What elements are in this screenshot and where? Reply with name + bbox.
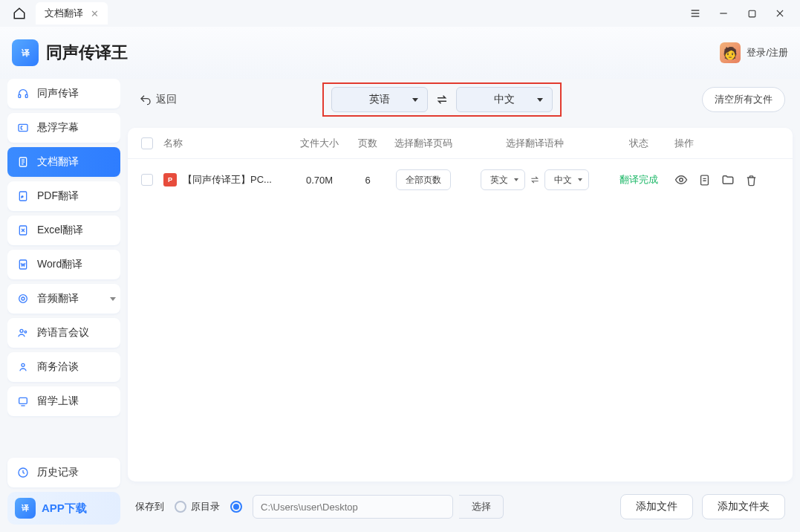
avatar[interactable]: 🧑 xyxy=(720,42,741,63)
home-button[interactable] xyxy=(6,3,33,24)
clear-all-button[interactable]: 清空所有文件 xyxy=(702,87,785,112)
sidebar-item-label: 历史记录 xyxy=(37,466,79,479)
tab-document-translate[interactable]: 文档翻译 ✕ xyxy=(36,2,108,25)
sidebar-item-word[interactable]: Word翻译 xyxy=(7,250,120,279)
app-download-label: APP下载 xyxy=(42,502,87,516)
file-pages: 6 xyxy=(349,175,386,186)
audio-icon xyxy=(16,293,30,305)
language-selector-group: 英语 中文 xyxy=(322,82,562,117)
header-pages: 页数 xyxy=(349,137,386,150)
source-language-value: 英语 xyxy=(369,93,390,106)
file-size: 0.70M xyxy=(290,175,349,186)
svg-rect-8 xyxy=(25,94,27,97)
page-select-button[interactable]: 全部页数 xyxy=(396,169,451,190)
sidebar-item-label: 跨语言会议 xyxy=(37,326,89,340)
folder-button[interactable] xyxy=(721,173,735,186)
app-logo: 译 同声传译王 xyxy=(12,39,128,66)
svg-rect-9 xyxy=(19,124,27,131)
header-size: 文件大小 xyxy=(290,137,349,150)
header-page-select: 选择翻译页码 xyxy=(386,137,461,150)
sidebar-item-simultaneous[interactable]: 同声传译 xyxy=(7,79,120,108)
app-header: 译 同声传译王 🧑 登录/注册 xyxy=(0,27,800,79)
add-folder-button[interactable]: 添加文件夹 xyxy=(702,494,785,519)
logo-icon: 译 xyxy=(12,39,39,66)
sidebar: 同声传译 悬浮字幕 文档翻译 PDF翻译 Excel翻译 Word翻译 xyxy=(7,79,120,525)
chevron-down-icon xyxy=(537,98,543,102)
sidebar-item-meeting[interactable]: 跨语言会议 xyxy=(7,318,120,348)
swap-icon[interactable] xyxy=(530,175,540,184)
footer-bar: 保存到 原目录 选择 添加文件 添加文件夹 xyxy=(128,489,793,525)
back-arrow-icon xyxy=(140,94,152,106)
sidebar-item-label: 商务洽谈 xyxy=(37,360,79,374)
sidebar-item-label: 音频翻译 xyxy=(37,292,79,305)
sidebar-item-excel[interactable]: Excel翻译 xyxy=(7,215,120,245)
meeting-icon xyxy=(16,327,30,339)
add-file-button[interactable]: 添加文件 xyxy=(620,494,693,519)
svg-point-20 xyxy=(25,331,27,333)
row-checkbox[interactable] xyxy=(141,174,153,186)
pdf-icon xyxy=(16,190,30,202)
tab-close-button[interactable]: ✕ xyxy=(91,8,99,19)
close-button[interactable] xyxy=(773,7,787,20)
select-all-checkbox[interactable] xyxy=(141,137,153,149)
select-path-button[interactable]: 选择 xyxy=(459,495,504,519)
header-status: 状态 xyxy=(609,137,669,150)
maximize-button[interactable] xyxy=(745,7,758,20)
chevron-down-icon xyxy=(578,178,582,181)
svg-rect-7 xyxy=(19,94,21,97)
row-source-lang-select[interactable]: 英文 xyxy=(481,169,525,190)
back-button[interactable]: 返回 xyxy=(135,90,181,109)
custom-dir-radio[interactable] xyxy=(230,501,242,513)
radio-checked-icon xyxy=(230,501,242,513)
caption-icon xyxy=(16,122,30,134)
table-header: 名称 文件大小 页数 选择翻译页码 选择翻译语种 状态 操作 xyxy=(128,128,793,159)
sidebar-item-pdf[interactable]: PDF翻译 xyxy=(7,181,120,211)
sidebar-item-audio[interactable]: 音频翻译 xyxy=(7,284,120,314)
target-language-value: 中文 xyxy=(494,93,515,106)
svg-point-18 xyxy=(19,295,27,303)
sidebar-item-document[interactable]: 文档翻译 xyxy=(7,147,120,177)
save-to-label: 保存到 xyxy=(135,500,164,513)
sidebar-item-label: Word翻译 xyxy=(37,258,82,271)
headphone-icon xyxy=(16,88,30,100)
sidebar-item-label: PDF翻译 xyxy=(37,189,79,203)
row-target-lang-select[interactable]: 中文 xyxy=(544,169,589,190)
target-language-select[interactable]: 中文 xyxy=(456,87,553,112)
chevron-down-icon xyxy=(412,98,418,102)
sidebar-item-business[interactable]: 商务洽谈 xyxy=(7,352,120,382)
source-language-select[interactable]: 英语 xyxy=(331,87,428,112)
business-icon xyxy=(16,361,30,373)
table-row: P 【同声传译王】PC... 0.70M 6 全部页数 英文 xyxy=(128,159,793,201)
header-ops: 操作 xyxy=(669,137,779,150)
excel-icon xyxy=(16,224,30,236)
sidebar-item-study[interactable]: 留学上课 xyxy=(7,386,120,416)
orig-dir-radio[interactable]: 原目录 xyxy=(175,500,220,513)
login-register-link[interactable]: 登录/注册 xyxy=(747,46,788,59)
file-table: 名称 文件大小 页数 选择翻译页码 选择翻译语种 状态 操作 P 【同声传译王】… xyxy=(128,128,793,481)
row-status: 翻译完成 xyxy=(609,173,669,186)
title-bar: 文档翻译 ✕ xyxy=(0,0,800,27)
document-button[interactable] xyxy=(698,174,711,186)
toolbar: 返回 英语 中文 清空所有文件 xyxy=(128,79,793,120)
back-label: 返回 xyxy=(156,93,177,106)
delete-button[interactable] xyxy=(745,174,758,186)
radio-unchecked-icon xyxy=(175,501,186,513)
preview-button[interactable] xyxy=(674,173,688,186)
menu-button[interactable] xyxy=(689,7,702,20)
sidebar-item-label: Excel翻译 xyxy=(37,224,83,237)
word-icon xyxy=(16,259,30,270)
svg-rect-22 xyxy=(19,398,27,403)
sidebar-item-history[interactable]: 历史记录 xyxy=(7,458,120,487)
sidebar-item-subtitle[interactable]: 悬浮字幕 xyxy=(7,113,120,143)
sidebar-item-label: 同声传译 xyxy=(37,87,79,100)
history-icon xyxy=(16,467,30,479)
app-download-button[interactable]: 译 APP下载 xyxy=(7,492,120,525)
pdf-file-icon: P xyxy=(163,173,177,186)
minimize-button[interactable] xyxy=(717,7,730,20)
swap-languages-button[interactable] xyxy=(435,94,449,105)
path-input[interactable] xyxy=(253,495,453,519)
header-name: 名称 xyxy=(163,137,290,150)
orig-dir-label: 原目录 xyxy=(191,500,220,513)
chevron-down-icon xyxy=(514,178,518,181)
main-panel: 返回 英语 中文 清空所有文件 名称 xyxy=(128,79,793,525)
